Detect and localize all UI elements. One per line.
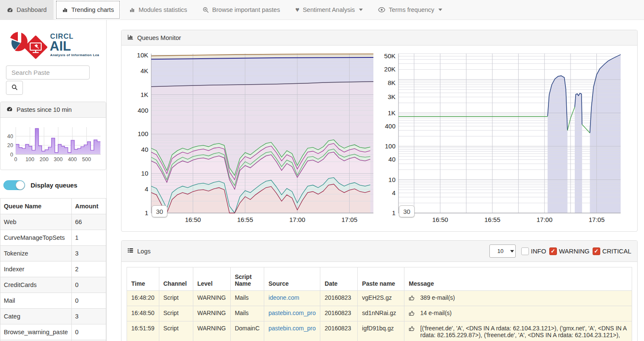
queue-row: Categ3 — [0, 309, 106, 324]
filter-label: WARNING — [559, 247, 590, 255]
log-level-cell: WARNING — [193, 306, 230, 321]
svg-text:4: 4 — [392, 189, 395, 196]
logs-heading: Logs 10 INFO✓WARNING✓CRITICAL — [121, 241, 637, 262]
queue-amount-cell: 66 — [71, 214, 106, 230]
queue-row: Tokenize3 — [0, 246, 106, 261]
queue-name-cell: Web — [0, 214, 72, 230]
log-date-cell: 20160823 — [320, 291, 358, 306]
svg-text:300: 300 — [54, 156, 63, 162]
source-link[interactable]: pastebin.com_pro — [268, 310, 316, 316]
logs-table: TimeChannelLevelScript NameSourceDatePas… — [127, 267, 632, 341]
logo-subtitle-text: Analysis of Information Leaks — [50, 53, 99, 57]
bar-chart-icon — [129, 7, 135, 13]
chart-zoom-badge[interactable]: 30 — [152, 205, 167, 217]
svg-text:200: 200 — [40, 156, 48, 162]
log-row: 16:48:20ScriptWARNINGMailsideone.com2016… — [127, 291, 632, 306]
bar-chart-icon — [62, 7, 68, 13]
svg-text:0: 0 — [10, 152, 13, 158]
log-source-cell: ideone.com — [264, 291, 320, 306]
queue-row: Indexer2 — [0, 261, 106, 277]
ail-diamond-logo-icon — [24, 35, 48, 60]
logs-header-paste-name: Paste name — [358, 267, 404, 291]
log-date-cell: 20160823 — [320, 306, 358, 321]
svg-text:100: 100 — [385, 142, 395, 150]
queue-name-cell: CreditCards — [0, 277, 72, 293]
queue-row: CurveManageTopSets1 — [0, 230, 106, 246]
eye-icon — [378, 7, 385, 13]
gauge-icon — [7, 7, 13, 13]
nav-item-modules-statistics[interactable]: Modules statistics — [122, 0, 194, 20]
page-size-value: 10 — [497, 248, 503, 254]
svg-text:8K: 8K — [388, 79, 395, 86]
filter-critical-checkbox[interactable]: ✓ — [593, 247, 600, 255]
svg-text:16:55: 16:55 — [484, 216, 500, 223]
chart-zoom-badge[interactable]: 30 — [399, 205, 415, 217]
log-channel-cell: Script — [159, 321, 193, 341]
nav-item-label: Trending charts — [71, 6, 114, 13]
search-icon — [11, 84, 18, 92]
queue-name-cell: CurveManageTopSets — [0, 230, 72, 246]
logs-page-size-select[interactable]: 10 — [489, 244, 516, 258]
log-script-cell: DomainC — [230, 321, 264, 341]
nav-item-sentiment-analysis[interactable]: ♥Sentiment Analysis — [288, 0, 370, 20]
queues-monitor-left-chart: 10K4K1K40010040104116:5016:5517:0017:05 — [132, 50, 378, 227]
chevron-down-icon — [510, 250, 514, 253]
log-script-cell: Mails — [230, 306, 264, 321]
sidebar: CIRCL AIL Analysis of Information Leaks … — [0, 20, 107, 341]
svg-text:100: 100 — [138, 130, 148, 137]
nav-item-dashboard[interactable]: Dashboard — [0, 0, 54, 20]
logs-filters: 10 INFO✓WARNING✓CRITICAL — [489, 244, 631, 258]
log-paste-cell: igfD91bq.gz — [358, 321, 404, 341]
source-link[interactable]: ideone.com — [268, 294, 299, 301]
nav-item-terms-frequency[interactable]: Terms frequency — [371, 0, 449, 20]
svg-text:3K: 3K — [388, 93, 395, 100]
nav-list: DashboardTrending chartsModules statisti… — [0, 0, 644, 20]
pastes-panel: Pastes since 10 min 02040010020030040050… — [0, 102, 106, 170]
queues-monitor-title: Queues Monitor — [137, 34, 181, 41]
log-level-cell: WARNING — [193, 291, 230, 306]
svg-text:100: 100 — [25, 156, 34, 162]
svg-text:10: 10 — [141, 170, 148, 177]
nav-item-label: Browse important pastes — [212, 6, 280, 13]
nav-item-label: Dashboard — [17, 6, 47, 13]
nav-item-browse-important-pastes[interactable]: Browse important pastes — [196, 0, 287, 20]
svg-text:16:50: 16:50 — [185, 216, 201, 223]
log-row: 16:48:50ScriptWARNINGMailspastebin.com_p… — [127, 306, 632, 321]
thumbs-up-icon — [409, 325, 415, 333]
queue-amount-cell: 2 — [71, 261, 106, 277]
log-source-cell: pastebin.com_pro — [264, 321, 320, 341]
log-message-cell: [('freenet.de', 'A', <DNS IN A rdata: 62… — [404, 321, 632, 341]
bar-chart-icon — [127, 34, 133, 41]
queue-amount-cell: 0 — [71, 293, 106, 309]
log-message-cell: 14 e-mail(s) — [404, 306, 632, 321]
nav-item-trending-charts[interactable]: Trending charts — [55, 0, 121, 20]
queues-monitor-right-chart: 50K20K8K3K1K40010040104116:5016:5517:001… — [379, 50, 626, 227]
logs-header-date: Date — [320, 267, 358, 291]
svg-text:0: 0 — [14, 156, 17, 162]
pastes-panel-heading: Pastes since 10 min — [0, 102, 106, 118]
svg-text:10: 10 — [388, 176, 395, 183]
svg-text:1: 1 — [392, 209, 395, 216]
filter-info-checkbox[interactable] — [521, 247, 529, 255]
display-queues-toggle[interactable] — [3, 180, 25, 190]
svg-text:17:05: 17:05 — [342, 216, 358, 223]
log-row: 16:51:59ScriptWARNINGDomainCpastebin.com… — [127, 321, 632, 341]
svg-text:400: 400 — [138, 107, 148, 114]
nav-item-label: Terms frequency — [389, 6, 434, 13]
toggle-knob — [16, 181, 25, 190]
list-icon — [127, 247, 133, 255]
svg-text:17:05: 17:05 — [589, 216, 605, 223]
svg-text:20: 20 — [7, 142, 13, 148]
filter-warning-checkbox[interactable]: ✓ — [549, 247, 557, 255]
svg-text:40: 40 — [141, 146, 148, 153]
log-channel-cell: Script — [159, 291, 193, 306]
search-paste-input[interactable] — [6, 65, 90, 80]
queue-table: Queue Name Amount Web66CurveManageTopSet… — [0, 198, 106, 341]
svg-text:4K: 4K — [141, 67, 148, 74]
filter-warning: ✓WARNING — [549, 247, 590, 255]
svg-text:500: 500 — [82, 156, 91, 162]
source-link[interactable]: pastebin.com_pro — [268, 325, 316, 332]
search-button[interactable] — [6, 81, 23, 95]
thumbs-up-icon — [409, 310, 415, 318]
queue-amount-cell: 1 — [71, 230, 106, 246]
